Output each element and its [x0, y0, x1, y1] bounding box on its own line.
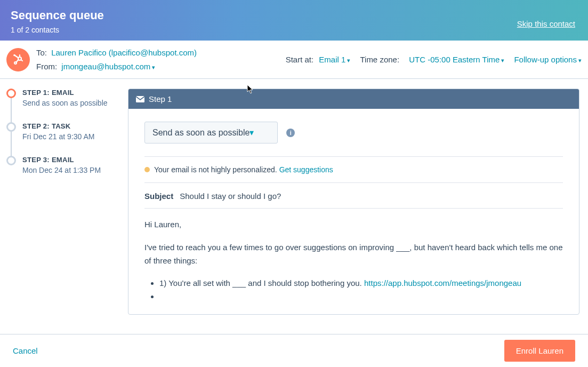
subject-row: Subject Should I stay or should I go?	[144, 192, 563, 209]
warning-dot-icon	[144, 167, 150, 172]
enroll-button[interactable]: Enroll Lauren	[504, 340, 575, 362]
list-item-empty	[159, 290, 563, 304]
panel-header: Step 1	[128, 89, 579, 109]
email-meta-bar: To: Lauren Pacifico (lpacifico@hubspot.c…	[0, 41, 588, 79]
step-bullet	[6, 122, 16, 132]
from-to-block: To: Lauren Pacifico (lpacifico@hubspot.c…	[36, 46, 286, 73]
step-bullet-active	[6, 89, 16, 98]
personalize-text: Your email is not highly personalized.	[154, 165, 277, 174]
step-bullet	[6, 156, 16, 165]
from-email-dropdown[interactable]: jmongeau@hubspot.com	[61, 62, 155, 71]
get-suggestions-link[interactable]: Get suggestions	[279, 165, 333, 174]
step-text: STEP 1: EMAIL Send as soon as possible	[22, 89, 108, 107]
info-icon[interactable]: i	[286, 129, 295, 137]
step-3-title: STEP 3: EMAIL	[22, 156, 101, 164]
to-contact-link[interactable]: Lauren Pacifico (lpacifico@hubspot.com)	[51, 48, 197, 57]
from-label: From:	[36, 62, 57, 71]
chevron-down-icon: ▾	[249, 127, 254, 138]
panel-title: Step 1	[149, 94, 172, 103]
list-item: 1) You're all set with ___ and I should …	[159, 277, 563, 290]
divider	[144, 182, 563, 183]
hubspot-logo-icon	[6, 48, 30, 71]
email-greeting: Hi Lauren,	[144, 218, 563, 232]
step-item-3[interactable]: STEP 3: EMAIL Mon Dec 24 at 1:33 PM	[6, 156, 128, 189]
svg-line-2	[21, 60, 23, 61]
send-timing-value: Send as soon as possible	[152, 128, 249, 138]
start-at-label: Start at:	[286, 55, 314, 64]
subject-label: Subject	[144, 192, 173, 201]
footer-bar: Cancel Enroll Lauren	[0, 334, 588, 367]
step-item-2[interactable]: STEP 2: TASK Fri Dec 21 at 9:30 AM	[6, 122, 128, 156]
step-connector	[11, 132, 12, 159]
to-line: To: Lauren Pacifico (lpacifico@hubspot.c…	[36, 46, 286, 60]
panel-body: Send as soon as possible ▾ i Your email …	[128, 109, 579, 314]
timezone-label: Time zone:	[360, 55, 399, 64]
sprocket-icon	[12, 53, 25, 66]
step-2-title: STEP 2: TASK	[22, 122, 94, 130]
content-fade	[0, 319, 588, 334]
step-3-sub: Mon Dec 24 at 1:33 PM	[22, 166, 101, 174]
svg-line-3	[15, 55, 19, 58]
meta-options: Start at: Email 1 Time zone: UTC -05:00 …	[286, 55, 582, 64]
timing-row: Send as soon as possible ▾ i	[144, 122, 563, 143]
step-1-title: STEP 1: EMAIL	[22, 89, 108, 97]
email-body-editor[interactable]: Hi Lauren, I've tried to reach you a few…	[144, 218, 563, 304]
start-at-group: Start at: Email 1	[286, 55, 351, 64]
send-timing-select[interactable]: Send as soon as possible ▾	[144, 122, 278, 143]
timezone-group: Time zone: UTC -05:00 Eastern Time	[360, 55, 504, 64]
cancel-button[interactable]: Cancel	[13, 346, 38, 355]
header-text-block: Sequence queue 1 of 2 contacts	[11, 9, 104, 34]
step-1-sub: Send as soon as possible	[22, 99, 108, 107]
divider	[144, 156, 563, 157]
email-para-1: I've tried to reach you a few times to g…	[144, 241, 563, 268]
page-title: Sequence queue	[11, 9, 104, 22]
skip-contact-link[interactable]: Skip this contact	[517, 19, 575, 28]
sequence-header: Sequence queue 1 of 2 contacts Skip this…	[0, 0, 588, 41]
personalization-warning: Your email is not highly personalized. G…	[144, 165, 563, 174]
main-content: STEP 1: EMAIL Send as soon as possible S…	[0, 79, 588, 315]
to-label: To:	[36, 48, 47, 57]
bullet-1-text: 1) You're all set with ___ and I should …	[159, 278, 364, 288]
followup-options-dropdown[interactable]: Follow-up options	[514, 55, 582, 64]
subject-value[interactable]: Should I stay or should I go?	[180, 192, 281, 201]
editor-column: Step 1 Send as soon as possible ▾ i Your…	[128, 89, 588, 315]
step-text: STEP 2: TASK Fri Dec 21 at 9:30 AM	[22, 122, 94, 141]
email-bullet-list: 1) You're all set with ___ and I should …	[144, 277, 563, 304]
svg-point-4	[13, 54, 15, 56]
step-text: STEP 3: EMAIL Mon Dec 24 at 1:33 PM	[22, 156, 101, 174]
contact-progress: 1 of 2 contacts	[11, 26, 104, 34]
step-connector	[11, 98, 12, 125]
steps-sidebar: STEP 1: EMAIL Send as soon as possible S…	[6, 89, 128, 315]
step-editor-panel: Step 1 Send as soon as possible ▾ i Your…	[128, 89, 579, 315]
envelope-icon	[136, 96, 144, 102]
timezone-dropdown[interactable]: UTC -05:00 Eastern Time	[409, 55, 504, 64]
start-at-dropdown[interactable]: Email 1	[319, 55, 350, 64]
svg-point-6	[14, 62, 17, 64]
meeting-link[interactable]: https://app.hubspot.com/meetings/jmongea…	[364, 278, 521, 288]
step-2-sub: Fri Dec 21 at 9:30 AM	[22, 132, 94, 141]
from-line: From: jmongeau@hubspot.com	[36, 60, 286, 74]
step-item-1[interactable]: STEP 1: EMAIL Send as soon as possible	[6, 89, 128, 122]
